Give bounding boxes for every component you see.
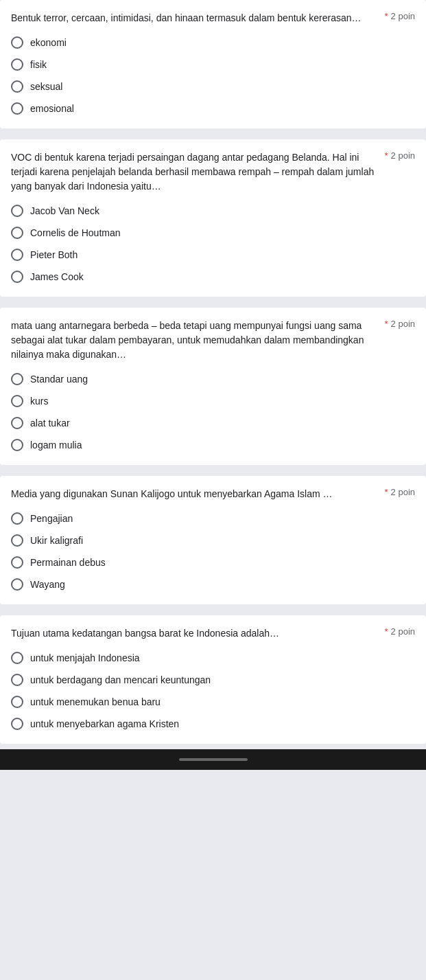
points-label-4: 2 poin <box>391 487 415 497</box>
option-label-5-4: untuk menyebarkan agama Kristen <box>30 718 179 729</box>
option-item-2-3[interactable]: Pieter Both <box>11 249 415 261</box>
divider-4 <box>0 610 426 615</box>
option-label-2-3: Pieter Both <box>30 249 78 260</box>
option-item-1-3[interactable]: seksual <box>11 80 415 93</box>
option-item-1-4[interactable]: emosional <box>11 102 415 115</box>
question-header-5: Tujuan utama kedatangan bangsa barat ke … <box>11 626 415 641</box>
bottom-indicator <box>179 758 248 761</box>
option-item-5-3[interactable]: untuk menemukan benua baru <box>11 696 415 708</box>
radio-circle-1-4[interactable] <box>11 102 23 115</box>
radio-circle-2-1[interactable] <box>11 205 23 217</box>
option-label-1-3: seksual <box>30 81 62 92</box>
option-item-5-4[interactable]: untuk menyebarkan agama Kristen <box>11 718 415 730</box>
question-card-5: Tujuan utama kedatangan bangsa barat ke … <box>0 615 426 744</box>
option-label-3-4: logam mulia <box>30 440 82 451</box>
radio-circle-4-2[interactable] <box>11 534 23 547</box>
option-label-1-4: emosional <box>30 103 74 114</box>
divider-2 <box>0 302 426 308</box>
question-text-1: Bentuk terror, cercaan, intimidasi, dan … <box>11 11 385 25</box>
required-star: * <box>385 626 388 637</box>
question-text-3: mata uang antarnegara berbeda – beda tet… <box>11 319 385 362</box>
option-label-4-4: Wayang <box>30 579 65 590</box>
points-label-3: 2 poin <box>391 319 415 329</box>
radio-circle-1-1[interactable] <box>11 36 23 49</box>
option-label-5-2: untuk berdagang dan mencari keuntungan <box>30 674 211 685</box>
option-item-5-1[interactable]: untuk menjajah Indonesia <box>11 652 415 664</box>
radio-circle-5-4[interactable] <box>11 718 23 730</box>
question-header-2: VOC di bentuk karena terjadi persaingan … <box>11 150 415 194</box>
required-star: * <box>385 11 388 21</box>
options-list-3: Standar uangkursalat tukarlogam mulia <box>11 373 415 451</box>
option-label-5-3: untuk menemukan benua baru <box>30 696 161 707</box>
points-label-1: 2 poin <box>391 11 415 21</box>
option-item-2-2[interactable]: Cornelis de Houtman <box>11 227 415 239</box>
radio-circle-5-2[interactable] <box>11 674 23 686</box>
question-points-1: *2 poin <box>385 11 415 21</box>
divider-3 <box>0 470 426 476</box>
radio-circle-3-1[interactable] <box>11 373 23 385</box>
points-label-2: 2 poin <box>391 150 415 161</box>
radio-circle-2-2[interactable] <box>11 227 23 239</box>
options-list-2: Jacob Van NeckCornelis de HoutmanPieter … <box>11 205 415 283</box>
radio-circle-4-4[interactable] <box>11 578 23 591</box>
option-label-2-4: James Cook <box>30 271 84 282</box>
option-label-2-2: Cornelis de Houtman <box>30 227 121 238</box>
required-star: * <box>385 487 388 497</box>
question-points-5: *2 poin <box>385 626 415 637</box>
question-points-4: *2 poin <box>385 487 415 497</box>
question-header-4: Media yang digunakan Sunan Kalijogo untu… <box>11 487 415 501</box>
required-star: * <box>385 319 388 329</box>
points-label-5: 2 poin <box>391 626 415 637</box>
question-text-5: Tujuan utama kedatangan bangsa barat ke … <box>11 626 385 641</box>
option-label-3-2: kurs <box>30 396 48 407</box>
radio-circle-4-1[interactable] <box>11 512 23 525</box>
radio-circle-1-2[interactable] <box>11 58 23 71</box>
option-label-1-1: ekonomi <box>30 37 67 48</box>
radio-circle-3-2[interactable] <box>11 395 23 407</box>
radio-circle-3-3[interactable] <box>11 417 23 429</box>
question-text-2: VOC di bentuk karena terjadi persaingan … <box>11 150 385 194</box>
option-item-3-4[interactable]: logam mulia <box>11 439 415 451</box>
option-item-4-4[interactable]: Wayang <box>11 578 415 591</box>
option-item-4-2[interactable]: Ukir kaligrafi <box>11 534 415 547</box>
radio-circle-5-3[interactable] <box>11 696 23 708</box>
option-item-3-1[interactable]: Standar uang <box>11 373 415 385</box>
radio-circle-2-3[interactable] <box>11 249 23 261</box>
question-card-2: VOC di bentuk karena terjadi persaingan … <box>0 139 426 297</box>
option-label-4-3: Permainan debus <box>30 557 106 568</box>
option-label-3-3: alat tukar <box>30 418 70 429</box>
radio-circle-2-4[interactable] <box>11 271 23 283</box>
question-header-3: mata uang antarnegara berbeda – beda tet… <box>11 319 415 362</box>
option-label-3-1: Standar uang <box>30 374 88 385</box>
question-card-3: mata uang antarnegara berbeda – beda tet… <box>0 308 426 465</box>
radio-circle-4-3[interactable] <box>11 556 23 569</box>
question-text-4: Media yang digunakan Sunan Kalijogo untu… <box>11 487 385 501</box>
option-label-2-1: Jacob Van Neck <box>30 205 99 216</box>
options-list-4: PengajianUkir kaligrafiPermainan debusWa… <box>11 512 415 591</box>
question-card-1: Bentuk terror, cercaan, intimidasi, dan … <box>0 0 426 128</box>
option-label-4-1: Pengajian <box>30 513 73 524</box>
option-item-3-2[interactable]: kurs <box>11 395 415 407</box>
bottom-bar <box>0 749 426 770</box>
option-label-4-2: Ukir kaligrafi <box>30 535 83 546</box>
option-item-4-1[interactable]: Pengajian <box>11 512 415 525</box>
radio-circle-5-1[interactable] <box>11 652 23 664</box>
option-item-1-1[interactable]: ekonomi <box>11 36 415 49</box>
question-points-3: *2 poin <box>385 319 415 329</box>
question-card-4: Media yang digunakan Sunan Kalijogo untu… <box>0 476 426 604</box>
option-item-2-4[interactable]: James Cook <box>11 271 415 283</box>
option-item-5-2[interactable]: untuk berdagang dan mencari keuntungan <box>11 674 415 686</box>
option-item-3-3[interactable]: alat tukar <box>11 417 415 429</box>
radio-circle-1-3[interactable] <box>11 80 23 93</box>
option-item-1-2[interactable]: fisik <box>11 58 415 71</box>
option-item-4-3[interactable]: Permainan debus <box>11 556 415 569</box>
option-label-5-1: untuk menjajah Indonesia <box>30 652 140 663</box>
options-list-5: untuk menjajah Indonesiauntuk berdagang … <box>11 652 415 730</box>
option-item-2-1[interactable]: Jacob Van Neck <box>11 205 415 217</box>
divider-1 <box>0 134 426 139</box>
required-star: * <box>385 150 388 161</box>
options-list-1: ekonomifisikseksualemosional <box>11 36 415 115</box>
question-header-1: Bentuk terror, cercaan, intimidasi, dan … <box>11 11 415 25</box>
radio-circle-3-4[interactable] <box>11 439 23 451</box>
option-label-1-2: fisik <box>30 59 47 70</box>
